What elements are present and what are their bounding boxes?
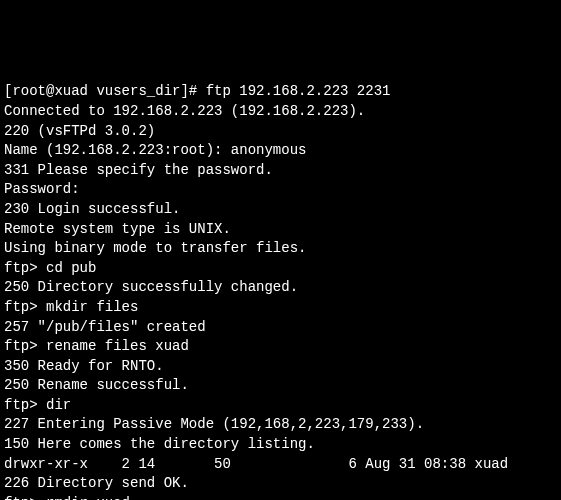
terminal-line: ftp> rename files xuad xyxy=(4,337,557,357)
terminal-line: Connected to 192.168.2.223 (192.168.2.22… xyxy=(4,102,557,122)
terminal-line: ftp> rmdir xuad xyxy=(4,494,557,500)
terminal-line: Name (192.168.2.223:root): anonymous xyxy=(4,141,557,161)
terminal-output[interactable]: [root@xuad vusers_dir]# ftp 192.168.2.22… xyxy=(4,82,557,500)
terminal-line: Password: xyxy=(4,180,557,200)
terminal-line: 220 (vsFTPd 3.0.2) xyxy=(4,122,557,142)
terminal-line: ftp> cd pub xyxy=(4,259,557,279)
terminal-line: 230 Login successful. xyxy=(4,200,557,220)
terminal-line: 331 Please specify the password. xyxy=(4,161,557,181)
terminal-line: Using binary mode to transfer files. xyxy=(4,239,557,259)
terminal-line: [root@xuad vusers_dir]# ftp 192.168.2.22… xyxy=(4,82,557,102)
terminal-line: Remote system type is UNIX. xyxy=(4,220,557,240)
terminal-line: 250 Rename successful. xyxy=(4,376,557,396)
terminal-line: drwxr-xr-x 2 14 50 6 Aug 31 08:38 xuad xyxy=(4,455,557,475)
terminal-line: 350 Ready for RNTO. xyxy=(4,357,557,377)
terminal-line: 226 Directory send OK. xyxy=(4,474,557,494)
terminal-line: 257 "/pub/files" created xyxy=(4,318,557,338)
terminal-line: 227 Entering Passive Mode (192,168,2,223… xyxy=(4,415,557,435)
terminal-line: ftp> mkdir files xyxy=(4,298,557,318)
terminal-line: 150 Here comes the directory listing. xyxy=(4,435,557,455)
terminal-line: ftp> dir xyxy=(4,396,557,416)
terminal-line: 250 Directory successfully changed. xyxy=(4,278,557,298)
